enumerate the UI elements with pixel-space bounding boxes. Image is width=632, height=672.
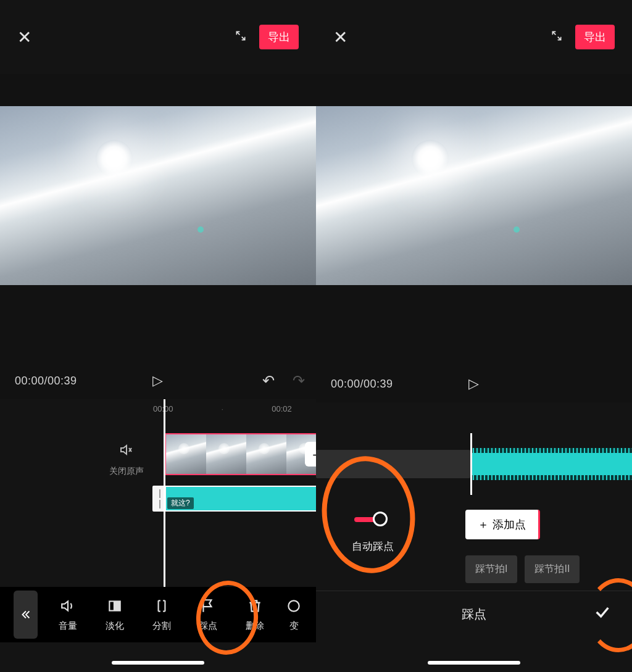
close-icon[interactable]: ✕ [17,27,31,48]
trash-icon [238,598,272,616]
tool-fade[interactable]: 淡化 [98,598,131,632]
beat-pattern-2[interactable]: 踩节拍II [525,555,580,583]
time-display: 00:00/00:39 [15,375,77,388]
video-track[interactable]: ＋ [165,433,316,475]
video-thumbnail [246,434,286,474]
video-thumbnail [166,434,206,474]
tool-split[interactable]: 分割 [145,598,178,632]
time-ruler: 00:00 · 00:02 · [0,399,316,418]
svg-rect-0 [109,601,114,610]
panel-footer: 踩点 [316,591,632,637]
video-preview[interactable] [0,106,316,285]
right-screenshot: ✕ 导出 00:00/00:39 ▷ 自动踩点 [316,0,632,672]
empty-region [316,450,470,478]
tool-variable[interactable]: 变 [285,598,302,632]
header: ✕ 导出 [0,0,316,74]
speaker-icon [51,598,85,616]
fade-icon [98,598,131,616]
panel-title: 踩点 [462,606,486,623]
video-thumbnail [206,434,246,474]
flag-icon [191,598,225,616]
add-point-button[interactable]: ＋ 添加点 [465,510,540,539]
export-button[interactable]: 导出 [575,25,615,49]
collapse-toolbar-button[interactable] [14,591,38,639]
beat-pattern-1[interactable]: 踩节拍I [465,555,517,583]
home-indicator[interactable] [112,661,204,665]
home-indicator[interactable] [428,661,520,665]
timeline[interactable]: 00:00 · 00:02 · 关闭原声 ＋ 就这? [0,399,316,672]
playback-bar: 00:00/00:39 ▷ [316,365,632,402]
time-display: 00:00/00:39 [331,378,393,391]
expand-icon[interactable] [551,30,563,45]
beat-timeline: 自动踩点 ＋ 添加点 踩节拍I 踩节拍II 踩点 [316,402,632,672]
export-button[interactable]: 导出 [259,25,299,49]
play-icon[interactable]: ▷ [468,376,480,392]
tool-beat[interactable]: 踩点 [191,598,225,632]
audio-track-row[interactable] [316,442,632,486]
playhead[interactable] [164,399,165,597]
audio-waveform: 就这? [166,487,316,510]
tool-volume[interactable]: 音量 [51,598,85,632]
tool-delete[interactable]: 删除 [238,598,272,632]
bottom-toolbar: 音量 淡化 分割 踩点 删除 变 [0,587,316,642]
beat-panel: 自动踩点 ＋ 添加点 踩节拍I 踩节拍II [316,510,632,583]
header: ✕ 导出 [316,0,632,74]
expand-icon[interactable] [235,30,247,45]
confirm-check-icon[interactable] [594,604,611,625]
auto-beat-toggle[interactable]: 自动踩点 [336,510,410,554]
svg-rect-1 [115,601,120,610]
split-icon [145,598,178,616]
video-preview[interactable] [316,106,632,285]
play-icon[interactable]: ▷ [152,373,164,389]
close-icon[interactable]: ✕ [333,27,347,48]
playhead[interactable] [470,433,472,495]
mute-original-audio[interactable]: 关闭原声 [99,442,154,477]
audio-track[interactable]: 就这? [152,486,316,512]
playback-bar: 00:00/00:39 ▷ ↶ ↷ [0,362,316,399]
svg-point-2 [288,600,299,611]
speaker-off-icon [119,444,134,460]
toggle-switch[interactable] [354,510,391,528]
add-clip-button[interactable]: ＋ [305,442,316,467]
left-screenshot: ✕ 导出 00:00/00:39 ▷ ↶ ↷ 00:00 · 00:02 · [0,0,316,672]
plus-icon: ＋ [478,517,489,532]
undo-icon[interactable]: ↶ [262,372,275,389]
audio-waveform [470,448,632,480]
redo-icon: ↷ [293,372,306,389]
circle-icon [285,598,302,616]
